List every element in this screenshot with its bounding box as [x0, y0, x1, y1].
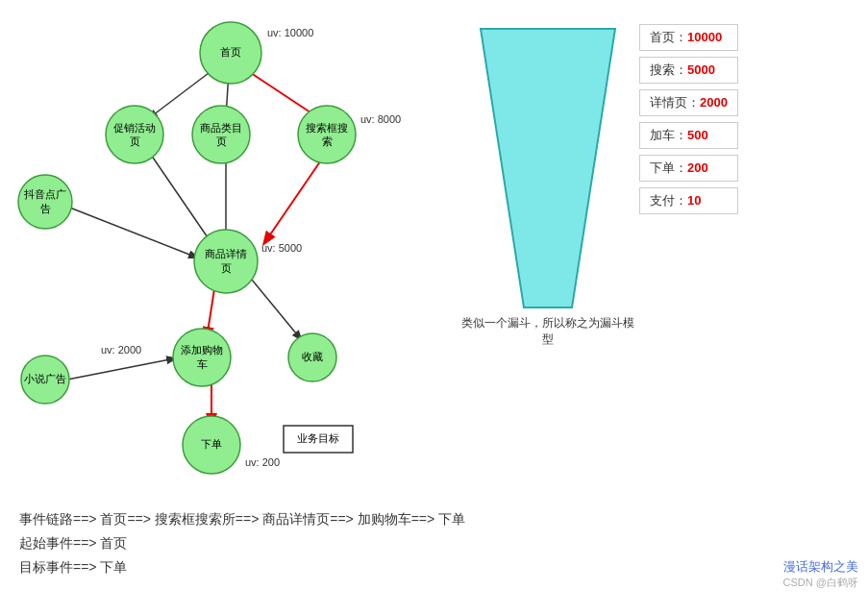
node-douyin-label2: 告 [40, 203, 51, 214]
node-order-label: 下单 [201, 438, 222, 450]
stat-box-5: 支付：10 [639, 187, 738, 214]
business-box-label: 业务目标 [297, 432, 339, 444]
stat-box-1: 搜索：5000 [639, 57, 738, 84]
stat-box-0: 首页：10000 [639, 24, 738, 51]
start-value: 首页 [100, 535, 127, 551]
target-prefix: 目标事件==> [19, 559, 97, 575]
target-value: 下单 [100, 559, 127, 575]
watermark-brand: 漫话架构之美 [783, 558, 858, 576]
funnel-stats: 首页：10000搜索：5000详情页：2000加车：500下单：200支付：10 [639, 19, 738, 500]
stat-label-2: 详情页： [650, 95, 700, 110]
node-douyin-label: 抖音点广 [23, 188, 66, 200]
svg-line-1 [264, 152, 327, 243]
stat-value-1: 5000 [687, 62, 715, 77]
node-detail-label2: 页 [221, 262, 232, 274]
stat-value-2: 2000 [700, 95, 728, 110]
node-order-uv: uv: 200 [245, 456, 280, 468]
node-search-label2: 索 [322, 135, 333, 147]
stat-label-3: 加车： [650, 128, 687, 142]
chain-prefix: 事件链路==> [19, 511, 97, 527]
stat-label-5: 支付： [650, 193, 687, 208]
funnel-visual: 类似一个漏斗，所以称之为漏斗模型 [471, 19, 625, 500]
svg-line-8 [67, 207, 197, 258]
main-container: 首页 uv: 10000 促销活动 页 商品类目 页 搜索框搜 索 uv: 80… [0, 0, 868, 598]
event-chain-row: 事件链路==> 首页==> 搜索框搜索所==> 商品详情页==> 加购物车==>… [19, 507, 849, 531]
node-promo-label: 促销活动 [113, 122, 156, 134]
graph-svg: 首页 uv: 10000 促销活动 页 商品类目 页 搜索框搜 索 uv: 80… [10, 10, 461, 500]
stat-label-1: 搜索： [650, 62, 687, 77]
node-search-uv: uv: 8000 [360, 113, 401, 125]
svg-line-10 [247, 274, 301, 339]
node-cart-label: 添加购物 [181, 344, 223, 356]
funnel-caption: 类似一个漏斗，所以称之为漏斗模型 [461, 315, 634, 348]
funnel-svg [471, 19, 625, 317]
stat-box-3: 加车：500 [639, 122, 738, 149]
stat-value-0: 10000 [687, 30, 722, 44]
graph-area: 首页 uv: 10000 促销活动 页 商品类目 页 搜索框搜 索 uv: 80… [10, 10, 461, 500]
node-homepage-uv: uv: 10000 [267, 27, 313, 38]
node-novel-label: 小说广告 [24, 373, 66, 384]
bottom-area: 事件链路==> 首页==> 搜索框搜索所==> 商品详情页==> 加购物车==>… [10, 500, 858, 588]
stat-box-2: 详情页：2000 [639, 89, 738, 116]
node-cart-label2: 车 [197, 358, 208, 370]
target-event-row: 目标事件==> 下单 [19, 555, 849, 579]
node-detail-uv: uv: 5000 [261, 242, 302, 254]
stat-box-4: 下单：200 [639, 155, 738, 182]
start-event-row: 起始事件==> 首页 [19, 531, 849, 555]
svg-line-6 [149, 152, 211, 243]
node-category-label2: 页 [216, 135, 227, 147]
node-homepage-label: 首页 [220, 46, 241, 58]
node-detail-label: 商品详情 [205, 248, 247, 259]
start-prefix: 起始事件==> [19, 535, 97, 551]
node-promo-label2: 页 [130, 135, 140, 147]
watermark: 漫话架构之美 CSDN @白鹤呀 [783, 558, 858, 590]
svg-line-9 [67, 358, 175, 380]
stat-label-4: 下单： [650, 160, 687, 175]
funnel-svg-container [471, 19, 625, 307]
stat-value-5: 10 [687, 193, 701, 208]
funnel-shape [481, 29, 615, 307]
stat-label-0: 首页： [650, 30, 687, 44]
chain-content: 首页==> 搜索框搜索所==> 商品详情页==> 加购物车==> 下单 [100, 511, 465, 527]
stat-value-4: 200 [687, 160, 708, 175]
funnel-area: 类似一个漏斗，所以称之为漏斗模型 首页：10000搜索：5000详情页：2000… [461, 10, 858, 500]
stat-value-3: 500 [687, 128, 708, 142]
content-area: 首页 uv: 10000 促销活动 页 商品类目 页 搜索框搜 索 uv: 80… [10, 10, 858, 500]
node-category-label: 商品类目 [200, 122, 242, 134]
watermark-sub: CSDN @白鹤呀 [783, 576, 858, 590]
node-search-label: 搜索框搜 [306, 122, 348, 134]
node-cart-uv: uv: 2000 [101, 344, 141, 356]
node-collect-label: 收藏 [302, 351, 323, 362]
